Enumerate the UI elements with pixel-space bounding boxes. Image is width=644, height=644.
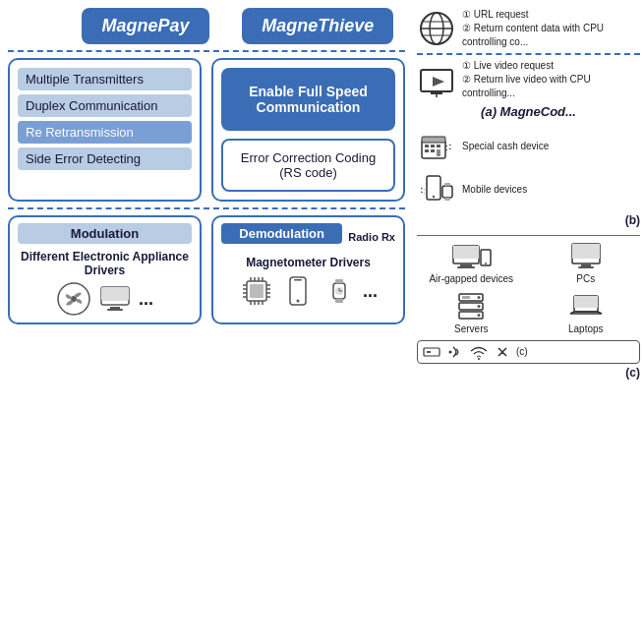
- url-text: ① URL request ② Return content data with…: [462, 8, 640, 49]
- laptops-device: Laptops: [532, 290, 641, 334]
- svg-rect-26: [294, 279, 302, 281]
- demod-icons: ...: [221, 273, 395, 309]
- nfc-icon: [445, 344, 465, 360]
- svg-rect-28: [335, 279, 343, 283]
- svg-rect-46: [437, 145, 440, 147]
- svg-rect-48: [431, 149, 435, 152]
- mobile-label: Mobile devices: [462, 183, 527, 197]
- chip-icon: [239, 273, 274, 309]
- radio-rx: Radio Rx: [348, 231, 395, 243]
- cash-label: Special cash device: [462, 140, 549, 153]
- svg-rect-78: [424, 348, 439, 356]
- svg-point-53: [433, 196, 435, 198]
- magnepay-features: Multiple Transmitters Duplex Communicati…: [8, 58, 202, 202]
- magnethieve-bottom: Error Correction Coding (RS code): [221, 139, 395, 192]
- svg-point-64: [485, 263, 487, 264]
- demodulation-block: Demodulation Radio Rx Magnetometer Drive…: [211, 215, 405, 324]
- svg-rect-62: [457, 266, 475, 268]
- svg-point-25: [296, 300, 299, 303]
- feature-item-1: Duplex Communication: [18, 94, 192, 117]
- section-b: Special cash device Mobile devices (b): [417, 127, 640, 227]
- title-row: MagnePay MagneThieve: [8, 8, 405, 44]
- mobile-row: Mobile devices: [417, 170, 640, 209]
- svg-rect-5: [107, 309, 123, 311]
- feature-item-0: Multiple Transmitters: [18, 68, 192, 90]
- url-row: ① URL request ② Return content data with…: [417, 8, 640, 49]
- demod-dots: ...: [363, 281, 378, 302]
- pc-icon: [568, 240, 604, 273]
- svg-rect-7: [250, 284, 263, 298]
- servers-device: Servers: [417, 290, 526, 334]
- tv-icon: [417, 60, 456, 99]
- svg-rect-4: [110, 307, 120, 309]
- svg-marker-39: [433, 77, 444, 87]
- svg-point-80: [449, 351, 452, 354]
- usb-icon: [422, 344, 441, 360]
- magnepay-title: MagnePay: [82, 8, 209, 44]
- svg-rect-77: [574, 296, 598, 308]
- b-label: (b): [625, 213, 640, 227]
- svg-rect-43: [422, 137, 445, 143]
- video-row: ① Live video request ② Return live video…: [417, 59, 640, 100]
- svg-rect-3: [101, 287, 129, 301]
- svg-rect-29: [335, 299, 343, 303]
- magnethieve-title: MagneThieve: [242, 8, 393, 44]
- modulation-block: Modulation Different Electronic Applianc…: [8, 215, 202, 324]
- magnethieve-features: Enable Full Speed Communication Error Co…: [211, 58, 405, 202]
- pcs-device: PCs: [532, 240, 641, 284]
- magnecode-label: (a) MagneCod...: [417, 104, 640, 119]
- svg-rect-66: [572, 244, 600, 259]
- monitor-icon: [97, 281, 133, 317]
- svg-line-50: [445, 145, 451, 146]
- svg-rect-49: [437, 149, 440, 156]
- mod-row: Modulation Different Electronic Applianc…: [8, 215, 405, 324]
- svg-rect-45: [431, 145, 435, 147]
- svg-point-72: [478, 296, 481, 299]
- feature-list: Multiple Transmitters Duplex Communicati…: [18, 68, 192, 170]
- svg-rect-55: [444, 183, 450, 186]
- svg-rect-68: [578, 266, 594, 268]
- video-text: ① Live video request ② Return live video…: [462, 59, 640, 100]
- features-row: Multiple Transmitters Duplex Communicati…: [8, 58, 405, 202]
- feature-item-2: Re Retransmission: [18, 121, 192, 144]
- device-grid: Air-gapped devices PCs: [417, 240, 640, 334]
- svg-line-58: [421, 192, 425, 194]
- laptop-icon: [568, 290, 604, 323]
- svg-rect-47: [425, 149, 429, 152]
- svg-point-81: [478, 358, 480, 360]
- fan-icon: [56, 281, 91, 317]
- divider-top: [8, 50, 405, 52]
- svg-point-74: [478, 314, 481, 317]
- globe-icon: [417, 9, 456, 48]
- air-gapped-device: Air-gapped devices: [417, 240, 526, 284]
- magnethieve-top: Enable Full Speed Communication: [221, 68, 395, 131]
- feature-item-3: Side Error Detecting: [18, 147, 192, 170]
- section-c: Air-gapped devices PCs: [417, 235, 640, 380]
- svg-line-51: [445, 148, 451, 150]
- svg-rect-67: [581, 264, 591, 266]
- demod-label: Demodulation: [221, 223, 342, 244]
- svg-point-73: [478, 305, 481, 308]
- divider-mid: [8, 207, 405, 209]
- watch-icon: [322, 273, 357, 309]
- phone-icon: [280, 273, 316, 309]
- svg-rect-79: [427, 351, 431, 353]
- mobile-icon: [417, 170, 456, 209]
- right-panel: ① URL request ② Return content data with…: [413, 0, 644, 644]
- c-label: (c): [516, 345, 528, 359]
- section-a: ① URL request ② Return content data with…: [417, 8, 640, 119]
- mod-icons: ...: [18, 281, 192, 317]
- demod-sub-label: Magnetometer Drivers: [221, 256, 395, 269]
- mod-sub-label: Different Electronic Appliance Drivers: [18, 250, 192, 277]
- airgap-icon: [449, 240, 493, 273]
- dots-label: ...: [139, 289, 153, 310]
- svg-rect-61: [460, 264, 472, 266]
- cash-row: Special cash device: [417, 127, 640, 166]
- svg-rect-44: [425, 145, 429, 147]
- c-label-text: (c): [625, 366, 640, 380]
- svg-line-57: [421, 188, 425, 190]
- cash-icon: [417, 127, 456, 166]
- wifi-icon: [469, 344, 489, 360]
- svg-rect-75: [462, 296, 470, 299]
- server-icon: [453, 290, 489, 323]
